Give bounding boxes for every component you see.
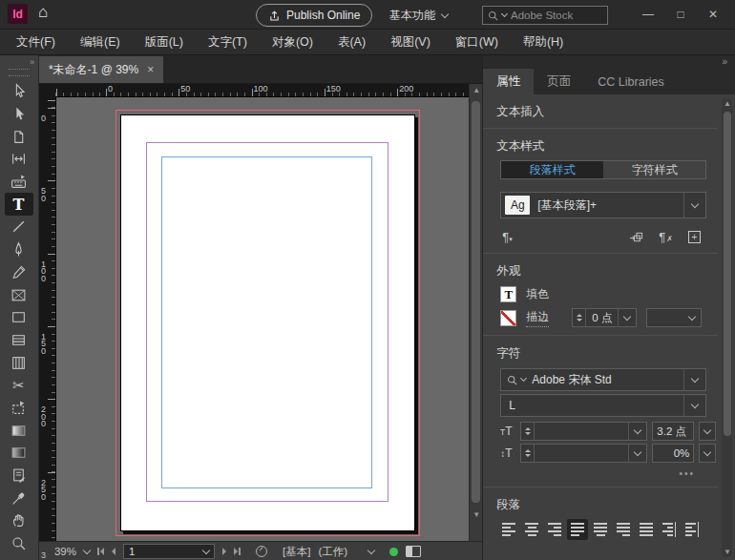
menu-edit[interactable]: 编辑(E) [68, 34, 133, 51]
align-away-from-spine-button[interactable] [682, 519, 703, 540]
align-center-button[interactable] [521, 519, 542, 540]
leading-field[interactable] [520, 444, 647, 463]
justify-last-left-button[interactable] [567, 519, 588, 540]
kerning-value-field[interactable]: 3.2 点 [652, 422, 694, 441]
zoom-tool[interactable] [5, 532, 33, 555]
zoom-level[interactable]: 39% [54, 546, 76, 557]
tab-paragraph-styles[interactable]: 段落样式 [501, 161, 603, 178]
close-button[interactable]: ✕ [697, 8, 729, 21]
vertical-grid-tool[interactable] [5, 351, 33, 374]
stepper[interactable] [573, 309, 586, 326]
menu-layout[interactable]: 版面(L) [133, 34, 196, 51]
align-right-button[interactable] [544, 519, 565, 540]
menu-table[interactable]: 表(A) [326, 34, 378, 51]
line-tool[interactable] [5, 216, 33, 239]
tab-character-styles[interactable]: 字符样式 [603, 161, 705, 178]
page-tool[interactable] [5, 125, 33, 148]
new-style-icon[interactable]: + [688, 231, 701, 243]
chevron-down-icon[interactable] [368, 546, 375, 553]
scissors-tool[interactable]: ✂ [5, 374, 33, 397]
stroke-color-swatch[interactable] [500, 310, 516, 326]
gradient-feather-tool[interactable] [5, 442, 33, 465]
note-tool[interactable] [5, 465, 33, 487]
fill-color-swatch[interactable]: T [500, 286, 516, 302]
font-family-dropdown[interactable]: Adobe 宋体 Std [500, 368, 706, 391]
chevron-down-icon[interactable] [683, 193, 705, 218]
menu-file[interactable]: 文件(F) [4, 34, 68, 51]
rectangle-tool[interactable] [5, 306, 33, 329]
stepper[interactable] [521, 423, 535, 440]
fill-label[interactable]: 填色 [526, 286, 549, 302]
chevron-down-icon[interactable] [618, 309, 636, 326]
justify-last-center-button[interactable] [590, 519, 611, 540]
vertical-ruler[interactable]: 05 01 0 01 5 02 0 02 5 03 [39, 96, 56, 541]
scrollbar-thumb[interactable] [472, 101, 480, 503]
chevron-down-icon[interactable] [683, 369, 705, 390]
scrollbar-thumb[interactable] [724, 112, 731, 436]
selection-tool[interactable] [5, 80, 33, 103]
last-page-button[interactable] [234, 548, 241, 555]
chevron-down-icon[interactable] [628, 423, 646, 440]
horizontal-grid-tool[interactable] [5, 329, 33, 352]
paragraph-mark-icon[interactable]: ¶▾ [502, 230, 513, 244]
pasteboard[interactable] [55, 96, 470, 541]
pencil-tool[interactable] [5, 261, 33, 284]
menu-window[interactable]: 窗口(W) [443, 34, 511, 51]
align-toward-spine-button[interactable] [659, 519, 680, 540]
first-page-button[interactable] [97, 548, 104, 555]
justify-last-right-button[interactable] [613, 519, 634, 540]
workspace-switcher[interactable]: 基本功能 [389, 8, 448, 24]
stroke-label[interactable]: 描边 [526, 309, 549, 327]
font-size-field[interactable] [520, 422, 647, 441]
zoom-dropdown-icon[interactable] [83, 546, 91, 553]
panel-tab-pages[interactable]: 页面 [534, 69, 584, 94]
panel-scrollbar[interactable]: ▲ ▼ [722, 98, 732, 557]
horizontal-ruler[interactable]: 050100150200 [55, 84, 470, 97]
preflight-profile[interactable]: [基本] [283, 545, 310, 559]
content-collector-tool[interactable] [5, 171, 33, 194]
direct-selection-tool[interactable] [5, 103, 33, 126]
close-icon[interactable]: × [147, 63, 154, 76]
publish-online-button[interactable]: Publish Online [256, 4, 372, 27]
scroll-down-icon[interactable]: ▼ [724, 549, 730, 555]
free-transform-tool[interactable] [5, 397, 33, 420]
maximize-button[interactable]: □ [664, 8, 697, 21]
ruler-origin[interactable] [39, 84, 56, 97]
stroke-type-dropdown[interactable] [646, 308, 702, 327]
next-page-button[interactable] [222, 548, 226, 555]
preflight-icon[interactable] [256, 546, 267, 557]
vertical-scrollbar[interactable]: ▲ ▼ [469, 84, 482, 541]
panel-tab-properties[interactable]: 属性 [483, 69, 534, 94]
pen-tool[interactable] [5, 239, 33, 261]
gap-tool[interactable] [5, 148, 33, 171]
panel-tab-cc-libraries[interactable]: CC Libraries [584, 69, 677, 94]
font-style-dropdown[interactable]: L [500, 394, 706, 417]
page-number-field[interactable]: 1 [123, 544, 215, 559]
menu-object[interactable]: 对象(O) [260, 34, 326, 51]
menu-type[interactable]: 文字(T) [196, 34, 260, 51]
toolbar-collapse-icon[interactable]: » [0, 55, 38, 69]
chevron-down-icon[interactable] [683, 395, 705, 416]
text-frame[interactable] [161, 156, 372, 488]
minimize-button[interactable]: — [632, 8, 664, 21]
chevron-down-icon[interactable] [628, 445, 646, 462]
menu-view[interactable]: 视图(V) [378, 34, 443, 51]
stroke-weight-field[interactable]: 0 点 [572, 308, 637, 327]
clear-overrides-icon[interactable]: ¶✗ [659, 230, 673, 244]
adobe-stock-search-input[interactable]: Adobe Stock [482, 6, 608, 25]
justify-all-button[interactable] [636, 519, 657, 540]
tracking-value-field[interactable]: 0% [652, 444, 694, 463]
home-icon[interactable]: ⌂ [38, 3, 48, 22]
toolbar-grip[interactable] [9, 69, 30, 76]
pages-panel-icon[interactable] [406, 546, 421, 557]
type-tool[interactable]: T [5, 193, 33, 216]
scroll-up-icon[interactable]: ▲ [472, 87, 479, 93]
color-theme-tool[interactable] [5, 487, 33, 509]
panel-collapse-icon[interactable]: » [483, 55, 735, 69]
rectangle-frame-tool[interactable] [5, 283, 33, 306]
stepper[interactable] [521, 445, 535, 462]
menu-help[interactable]: 帮助(H) [511, 34, 576, 51]
gradient-swatch-tool[interactable] [5, 419, 33, 442]
chevron-down-icon[interactable] [699, 422, 716, 441]
more-options-icon[interactable]: ••• [483, 468, 695, 479]
